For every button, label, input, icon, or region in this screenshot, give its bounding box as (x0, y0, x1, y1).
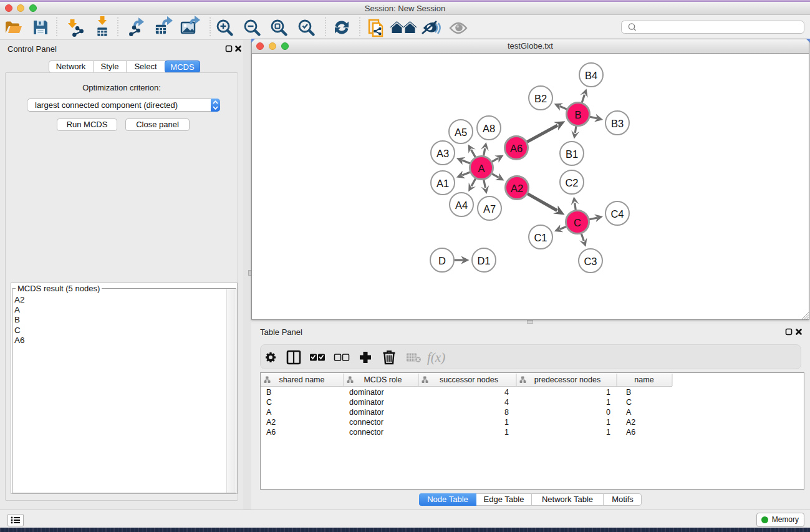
svg-text:C2: C2 (565, 177, 578, 188)
svg-text:A8: A8 (483, 123, 495, 134)
svg-text:A6: A6 (626, 428, 635, 437)
svg-text:C4: C4 (610, 208, 624, 220)
svg-text:4: 4 (504, 398, 509, 407)
svg-text:C: C (266, 398, 272, 407)
svg-text:A7: A7 (483, 203, 496, 215)
svg-text:B1: B1 (566, 148, 578, 160)
svg-text:C3: C3 (584, 256, 597, 267)
svg-text:A: A (626, 408, 632, 417)
svg-text:A2: A2 (511, 183, 523, 194)
svg-text:A: A (266, 408, 272, 417)
svg-text:B: B (574, 109, 581, 120)
svg-text:A: A (478, 163, 485, 174)
svg-text:MCDS role: MCDS role (364, 375, 402, 384)
svg-text:1: 1 (606, 388, 610, 397)
svg-text:A6: A6 (266, 428, 276, 437)
svg-text:1: 1 (606, 398, 610, 407)
svg-text:shared name: shared name (279, 375, 325, 384)
svg-text:A3: A3 (436, 148, 449, 159)
svg-text:D: D (438, 255, 446, 266)
svg-text:name: name (634, 375, 653, 384)
svg-text:dominator: dominator (349, 398, 384, 407)
svg-text:connector: connector (349, 428, 383, 437)
svg-text:predecessor nodes: predecessor nodes (534, 375, 600, 384)
svg-text:8: 8 (504, 408, 509, 417)
svg-text:B2: B2 (534, 93, 547, 104)
svg-text:successor nodes: successor nodes (440, 375, 498, 384)
svg-text:B: B (626, 388, 631, 397)
svg-text:dominator: dominator (349, 388, 384, 397)
svg-text:C: C (626, 398, 632, 407)
svg-text:1: 1 (606, 418, 610, 427)
svg-text:A4: A4 (455, 200, 468, 211)
svg-text:1: 1 (504, 418, 509, 427)
svg-text:1: 1 (606, 428, 610, 437)
svg-text:A5: A5 (455, 127, 467, 138)
svg-text:A6: A6 (510, 143, 523, 154)
svg-text:D1: D1 (477, 255, 490, 266)
svg-text:A2: A2 (626, 418, 635, 427)
svg-text:connector: connector (349, 418, 383, 427)
svg-text:4: 4 (504, 388, 509, 397)
svg-text:A1: A1 (436, 178, 449, 189)
svg-text:B3: B3 (611, 118, 624, 129)
svg-text:1: 1 (504, 428, 509, 437)
svg-text:C: C (574, 217, 581, 228)
svg-text:B: B (266, 388, 271, 397)
svg-text:f(x): f(x) (427, 350, 445, 365)
svg-text:C1: C1 (534, 232, 547, 243)
svg-text:0: 0 (606, 408, 610, 417)
svg-text:dominator: dominator (349, 408, 384, 417)
svg-text:A2: A2 (266, 418, 276, 427)
svg-text:B4: B4 (585, 70, 597, 81)
